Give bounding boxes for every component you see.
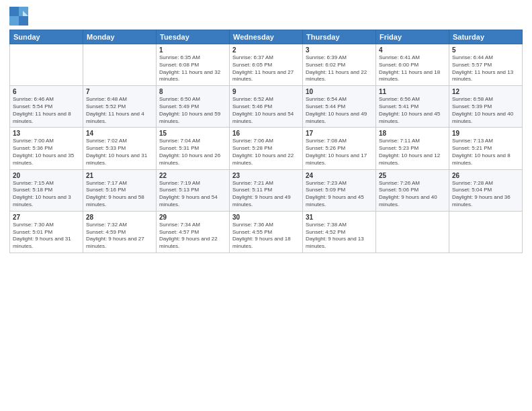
day-number: 22 (159, 172, 226, 179)
day-cell (449, 211, 523, 253)
day-cell: 16Sunrise: 7:06 AM Sunset: 5:28 PM Dayli… (230, 128, 303, 169)
day-info: Sunrise: 7:28 AM Sunset: 5:04 PM Dayligh… (452, 180, 519, 209)
day-number: 2 (232, 46, 300, 54)
day-cell: 27Sunrise: 7:30 AM Sunset: 5:01 PM Dayli… (10, 211, 83, 253)
day-number: 8 (159, 88, 226, 95)
day-cell: 12Sunrise: 6:58 AM Sunset: 5:39 PM Dayli… (449, 86, 523, 128)
day-info: Sunrise: 6:44 AM Sunset: 5:57 PM Dayligh… (452, 54, 519, 83)
day-cell: 7Sunrise: 6:48 AM Sunset: 5:52 PM Daylig… (83, 86, 157, 128)
day-cell: 19Sunrise: 7:13 AM Sunset: 5:21 PM Dayli… (449, 128, 523, 169)
day-info: Sunrise: 7:19 AM Sunset: 5:13 PM Dayligh… (159, 180, 226, 209)
day-info: Sunrise: 7:30 AM Sunset: 5:01 PM Dayligh… (13, 222, 80, 250)
svg-rect-0 (9, 7, 19, 16)
day-number: 31 (306, 214, 373, 221)
day-cell: 22Sunrise: 7:19 AM Sunset: 5:13 PM Dayli… (157, 169, 230, 211)
day-number: 3 (306, 46, 373, 54)
day-info: Sunrise: 7:34 AM Sunset: 4:57 PM Dayligh… (159, 222, 226, 250)
day-info: Sunrise: 7:06 AM Sunset: 5:28 PM Dayligh… (232, 138, 300, 167)
day-number: 13 (13, 130, 80, 137)
day-info: Sunrise: 7:23 AM Sunset: 5:09 PM Dayligh… (306, 180, 373, 209)
calendar-table: SundayMondayTuesdayWednesdayThursdayFrid… (9, 30, 523, 253)
day-number: 26 (452, 172, 519, 179)
day-cell: 2Sunrise: 6:37 AM Sunset: 6:05 PM Daylig… (230, 44, 303, 86)
day-number: 20 (13, 172, 80, 179)
day-cell (10, 44, 83, 86)
day-cell: 31Sunrise: 7:38 AM Sunset: 4:52 PM Dayli… (303, 211, 376, 253)
day-cell: 4Sunrise: 6:41 AM Sunset: 6:00 PM Daylig… (376, 44, 449, 86)
day-cell: 11Sunrise: 6:56 AM Sunset: 5:41 PM Dayli… (376, 86, 449, 128)
day-number: 14 (86, 130, 153, 137)
header (9, 7, 523, 26)
day-info: Sunrise: 6:37 AM Sunset: 6:05 PM Dayligh… (232, 54, 300, 83)
day-cell (83, 44, 157, 86)
day-cell: 3Sunrise: 6:39 AM Sunset: 6:02 PM Daylig… (303, 44, 376, 86)
day-number: 15 (159, 130, 226, 137)
week-row-3: 13Sunrise: 7:00 AM Sunset: 5:36 PM Dayli… (10, 128, 523, 169)
week-row-2: 6Sunrise: 6:46 AM Sunset: 5:54 PM Daylig… (10, 86, 523, 128)
day-info: Sunrise: 6:46 AM Sunset: 5:54 PM Dayligh… (13, 96, 80, 125)
weekday-saturday: Saturday (449, 30, 523, 44)
day-cell: 23Sunrise: 7:21 AM Sunset: 5:11 PM Dayli… (230, 169, 303, 211)
weekday-header-row: SundayMondayTuesdayWednesdayThursdayFrid… (10, 30, 523, 44)
day-info: Sunrise: 6:48 AM Sunset: 5:52 PM Dayligh… (86, 96, 153, 125)
day-cell: 6Sunrise: 6:46 AM Sunset: 5:54 PM Daylig… (10, 86, 83, 128)
day-number: 9 (232, 88, 300, 95)
day-cell: 28Sunrise: 7:32 AM Sunset: 4:59 PM Dayli… (83, 211, 157, 253)
day-info: Sunrise: 7:21 AM Sunset: 5:11 PM Dayligh… (232, 180, 300, 209)
day-number: 4 (379, 46, 446, 54)
day-number: 24 (306, 172, 373, 179)
weekday-tuesday: Tuesday (157, 30, 230, 44)
day-number: 28 (86, 214, 153, 221)
day-info: Sunrise: 6:41 AM Sunset: 6:00 PM Dayligh… (379, 54, 446, 83)
day-cell: 8Sunrise: 6:50 AM Sunset: 5:49 PM Daylig… (157, 86, 230, 128)
day-cell: 29Sunrise: 7:34 AM Sunset: 4:57 PM Dayli… (157, 211, 230, 253)
day-number: 6 (13, 88, 80, 95)
week-row-1: 1Sunrise: 6:35 AM Sunset: 6:08 PM Daylig… (10, 44, 523, 86)
day-number: 7 (86, 88, 153, 95)
day-info: Sunrise: 7:11 AM Sunset: 5:23 PM Dayligh… (379, 138, 446, 167)
day-number: 19 (452, 130, 519, 137)
day-cell: 10Sunrise: 6:54 AM Sunset: 5:44 PM Dayli… (303, 86, 376, 128)
day-info: Sunrise: 7:36 AM Sunset: 4:55 PM Dayligh… (232, 222, 300, 250)
day-number: 1 (159, 46, 226, 54)
day-info: Sunrise: 6:56 AM Sunset: 5:41 PM Dayligh… (379, 96, 446, 125)
day-cell: 18Sunrise: 7:11 AM Sunset: 5:23 PM Dayli… (376, 128, 449, 169)
day-info: Sunrise: 6:54 AM Sunset: 5:44 PM Dayligh… (306, 96, 373, 125)
day-cell: 5Sunrise: 6:44 AM Sunset: 5:57 PM Daylig… (449, 44, 523, 86)
day-cell: 26Sunrise: 7:28 AM Sunset: 5:04 PM Dayli… (449, 169, 523, 211)
weekday-sunday: Sunday (10, 30, 83, 44)
day-cell: 30Sunrise: 7:36 AM Sunset: 4:55 PM Dayli… (230, 211, 303, 253)
day-info: Sunrise: 7:02 AM Sunset: 5:33 PM Dayligh… (86, 138, 153, 167)
day-cell: 9Sunrise: 6:52 AM Sunset: 5:46 PM Daylig… (230, 86, 303, 128)
day-cell: 15Sunrise: 7:04 AM Sunset: 5:31 PM Dayli… (157, 128, 230, 169)
logo (9, 7, 31, 26)
day-number: 16 (232, 130, 300, 137)
day-cell: 1Sunrise: 6:35 AM Sunset: 6:08 PM Daylig… (157, 44, 230, 86)
day-number: 11 (379, 88, 446, 95)
day-number: 10 (306, 88, 373, 95)
day-cell (376, 211, 449, 253)
day-cell: 25Sunrise: 7:26 AM Sunset: 5:06 PM Dayli… (376, 169, 449, 211)
day-info: Sunrise: 7:13 AM Sunset: 5:21 PM Dayligh… (452, 138, 519, 167)
weekday-wednesday: Wednesday (230, 30, 303, 44)
day-info: Sunrise: 7:26 AM Sunset: 5:06 PM Dayligh… (379, 180, 446, 209)
day-number: 17 (306, 130, 373, 137)
week-row-5: 27Sunrise: 7:30 AM Sunset: 5:01 PM Dayli… (10, 211, 523, 253)
svg-rect-2 (9, 16, 19, 26)
day-info: Sunrise: 6:35 AM Sunset: 6:08 PM Dayligh… (159, 54, 226, 83)
day-number: 18 (379, 130, 446, 137)
day-cell: 21Sunrise: 7:17 AM Sunset: 5:16 PM Dayli… (83, 169, 157, 211)
weekday-friday: Friday (376, 30, 449, 44)
day-info: Sunrise: 7:15 AM Sunset: 5:18 PM Dayligh… (13, 180, 80, 209)
day-number: 27 (13, 214, 80, 221)
day-cell: 24Sunrise: 7:23 AM Sunset: 5:09 PM Dayli… (303, 169, 376, 211)
day-cell: 20Sunrise: 7:15 AM Sunset: 5:18 PM Dayli… (10, 169, 83, 211)
day-number: 29 (159, 214, 226, 221)
weekday-thursday: Thursday (303, 30, 376, 44)
weekday-monday: Monday (83, 30, 157, 44)
day-info: Sunrise: 6:52 AM Sunset: 5:46 PM Dayligh… (232, 96, 300, 125)
day-number: 21 (86, 172, 153, 179)
day-number: 12 (452, 88, 519, 95)
day-cell: 17Sunrise: 7:08 AM Sunset: 5:26 PM Dayli… (303, 128, 376, 169)
day-info: Sunrise: 6:58 AM Sunset: 5:39 PM Dayligh… (452, 96, 519, 125)
